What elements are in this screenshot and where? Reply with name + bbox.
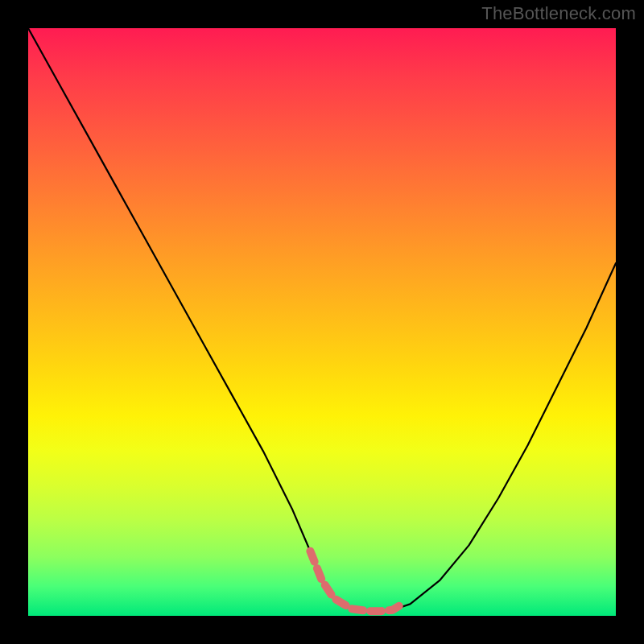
watermark-text: TheBottleneck.com: [481, 3, 636, 24]
highlight-curve: [310, 551, 404, 611]
plot-area: [28, 28, 616, 616]
curve-svg: [28, 28, 616, 616]
chart-stage: TheBottleneck.com: [0, 0, 644, 644]
main-curve: [28, 28, 616, 611]
